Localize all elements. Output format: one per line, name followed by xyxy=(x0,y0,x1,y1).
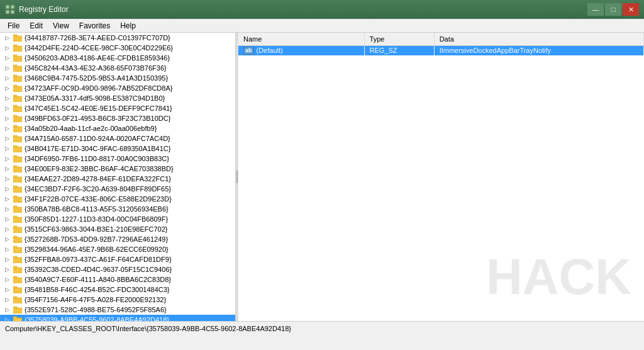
tree-arrow: ▷ xyxy=(5,296,13,303)
tree-item[interactable]: ▷ {3540A9C7-E60F-4111-A840-8BBA6C2C83D8} xyxy=(0,274,235,285)
svg-rect-26 xyxy=(13,147,22,152)
tree-item[interactable]: ▷ {3527268B-7D53-4DD9-92B7-7296AE461249} xyxy=(0,234,235,244)
main-content: ▷ {34418787-726B-3E74-AEED-C01397FC707D}… xyxy=(0,33,644,321)
tree-arrow: ▷ xyxy=(5,236,13,242)
tree-item[interactable]: ▷ {34F1F22B-07CE-433E-806C-E588E2D9E23D} xyxy=(0,194,235,204)
svg-rect-33 xyxy=(13,176,17,178)
cell-name: ab (Default) xyxy=(238,45,364,55)
svg-rect-16 xyxy=(13,96,22,102)
tree-item[interactable]: ▷ {345C8244-43A3-4E32-A368-65F073B76F36} xyxy=(0,63,235,73)
svg-rect-32 xyxy=(13,177,22,183)
tree-item[interactable]: ▷ {34506203-AD83-4186-AE4E-CFDB1E859346} xyxy=(0,53,235,63)
tree-item[interactable]: ▷ {35758039-A9BB-4C55-9602-8ABE4A92D418} xyxy=(0,315,235,321)
close-button[interactable]: ✕ xyxy=(623,3,639,16)
svg-rect-46 xyxy=(13,247,22,253)
svg-rect-2 xyxy=(6,10,9,14)
registry-table: Name Type Data ab (Default) REG_SZ IImme… xyxy=(238,33,644,55)
tree-item[interactable]: ▷ {3442D4FE-224D-4CEE-98CF-30E0C4D229E6} xyxy=(0,43,235,53)
tree-item[interactable]: ▷ {35392C38-CDED-4D4C-9637-05F15C1C9406} xyxy=(0,264,235,274)
watermark: HACK xyxy=(486,252,631,302)
tree-item[interactable]: ▷ {34DF6950-7FB6-11D0-8817-00A0C903B83C} xyxy=(0,154,235,164)
tree-item[interactable]: ▷ {350F85D1-1227-11D3-83D4-00C04FB6809F} xyxy=(0,214,235,224)
folder-icon xyxy=(13,205,23,213)
folder-icon xyxy=(13,124,23,133)
tree-arrow: ▷ xyxy=(5,45,13,51)
tree-item-label: {350F85D1-1227-11D3-83D4-00C04FB6809F} xyxy=(25,215,168,223)
folder-icon xyxy=(13,295,23,304)
status-bar: Computer\HKEY_CLASSES_ROOT\Interface\{35… xyxy=(0,321,644,335)
column-header-data[interactable]: Data xyxy=(434,33,643,45)
folder-icon xyxy=(13,114,23,123)
menu-help[interactable]: Help xyxy=(115,20,141,31)
tree-item[interactable]: ▷ {3515CF63-9863-3044-B3E1-210E98EFC702} xyxy=(0,224,235,234)
tree-arrow: ▷ xyxy=(5,115,13,121)
folder-icon xyxy=(13,285,23,294)
tree-item[interactable]: ▷ {35481B58-F46C-4254-B52C-FDC3001484C3} xyxy=(0,285,235,295)
tree-item[interactable]: ▷ {349BFD63-0F21-4953-B6C8-3F23C73B10DC} xyxy=(0,113,235,123)
folder-icon xyxy=(13,235,23,244)
folder-icon xyxy=(13,315,23,321)
svg-rect-55 xyxy=(13,286,17,288)
folder-icon xyxy=(13,74,23,82)
tree-arrow: ▷ xyxy=(5,145,13,152)
column-header-type[interactable]: Type xyxy=(364,33,434,45)
tree-item[interactable]: ▷ {34a05b20-4aab-11cf-ae2c-00aa006ebfb9} xyxy=(0,123,235,133)
folder-icon xyxy=(13,84,23,93)
tree-item-label: {35298344-96A6-45E7-9B6B-62ECC6E09920} xyxy=(25,246,169,253)
svg-rect-48 xyxy=(13,257,22,263)
tree-item[interactable]: ▷ {347C45E1-5C42-4E0E-9E15-DEFF9CFC7841} xyxy=(0,103,235,113)
folder-icon xyxy=(13,174,23,183)
window-title: Registry Editor xyxy=(19,5,69,14)
tree-pane[interactable]: ▷ {34418787-726B-3E74-AEED-C01397FC707D}… xyxy=(0,33,236,321)
tree-item[interactable]: ▷ {3552E971-528C-4988-BE75-64952F5F85A6} xyxy=(0,305,235,315)
tree-item-label: {34418787-726B-3E74-AEED-C01397FC707D} xyxy=(25,34,170,42)
tree-item[interactable]: ▷ {34EC3BD7-F2F6-3C20-A639-804BFF89DF65} xyxy=(0,184,235,194)
svg-rect-10 xyxy=(13,66,22,72)
tree-item-label: {34723AFF-0C9D-49D0-9896-7AB52DF8CD8A} xyxy=(25,84,172,92)
svg-rect-58 xyxy=(13,308,22,313)
tree-item-label: {35758039-A9BB-4C55-9602-8ABE4A92D418} xyxy=(25,316,169,321)
title-bar-left: Registry Editor xyxy=(5,4,69,14)
tree-item[interactable]: ▷ {354F7156-A4F6-47F5-A028-FE2000E92132} xyxy=(0,295,235,305)
tree-item[interactable]: ▷ {34EAAE27-2D89-4278-84EF-61DEFA322FC1} xyxy=(0,174,235,184)
tree-item[interactable]: ▷ {35298344-96A6-45E7-9B6B-62ECC6E09920} xyxy=(0,244,235,254)
svg-rect-5 xyxy=(13,35,17,37)
tree-item-label: {3473E05A-3317-4df5-9098-E5387C94D1B0} xyxy=(25,94,165,102)
folder-icon xyxy=(13,33,23,42)
tree-item[interactable]: ▷ {3473E05A-3317-4df5-9098-E5387C94D1B0} xyxy=(0,93,235,103)
svg-rect-39 xyxy=(13,206,17,208)
svg-rect-17 xyxy=(13,95,17,97)
tree-item[interactable]: ▷ {352FFBA8-0973-437C-A61F-F64CAFD81DF9} xyxy=(0,254,235,264)
folder-icon xyxy=(13,64,23,72)
table-row[interactable]: ab (Default) REG_SZ IImmersiveDockedAppB… xyxy=(238,45,644,55)
folder-icon xyxy=(13,54,23,62)
minimize-button[interactable]: — xyxy=(587,3,604,16)
tree-item[interactable]: ▷ {34A715A0-6587-11D0-924A-0020AFC7AC4D} xyxy=(0,133,235,144)
tree-item[interactable]: ▷ {34418787-726B-3E74-AEED-C01397FC707D} xyxy=(0,33,235,43)
tree-arrow: ▷ xyxy=(5,176,13,182)
column-header-name[interactable]: Name xyxy=(238,33,364,45)
tree-item-label: {34506203-AD83-4186-AE4E-CFDB1E859346} xyxy=(25,54,170,62)
tree-item[interactable]: ▷ {34B0417E-E71D-304C-9FAC-689350A1B41C} xyxy=(0,144,235,154)
tree-item[interactable]: ▷ {34723AFF-0C9D-49D0-9896-7AB52DF8CD8A} xyxy=(0,83,235,93)
tree-arrow: ▷ xyxy=(5,206,13,212)
folder-icon xyxy=(13,184,23,193)
svg-rect-53 xyxy=(13,276,17,278)
tree-arrow: ▷ xyxy=(5,307,13,313)
right-pane: HACK Name Type Data ab (Default) REG_SZ … xyxy=(238,33,644,321)
tree-item-label: {352FFBA8-0973-437C-A61F-F64CAFD81DF9} xyxy=(25,256,172,263)
svg-rect-43 xyxy=(13,226,17,228)
menu-edit[interactable]: Edit xyxy=(25,20,48,31)
svg-rect-3 xyxy=(11,10,14,14)
tree-item[interactable]: ▷ {34E00EF9-83E2-3BBC-B6AF-4CAE703838BD} xyxy=(0,164,235,174)
tree-item[interactable]: ▷ {350BA78B-6BC8-4113-A5F5-312056934EB6} xyxy=(0,204,235,214)
tree-item[interactable]: ▷ {3468C9B4-7475-52D5-9B53-A41A3D150395} xyxy=(0,73,235,83)
menu-bar: File Edit View Favorites Help xyxy=(0,19,644,33)
folder-icon xyxy=(13,275,23,284)
menu-file[interactable]: File xyxy=(3,20,25,31)
menu-favorites[interactable]: Favorites xyxy=(74,20,115,31)
menu-view[interactable]: View xyxy=(48,20,74,31)
maximize-button[interactable]: □ xyxy=(605,3,621,16)
tree-arrow: ▷ xyxy=(5,286,13,293)
svg-rect-21 xyxy=(13,115,17,117)
